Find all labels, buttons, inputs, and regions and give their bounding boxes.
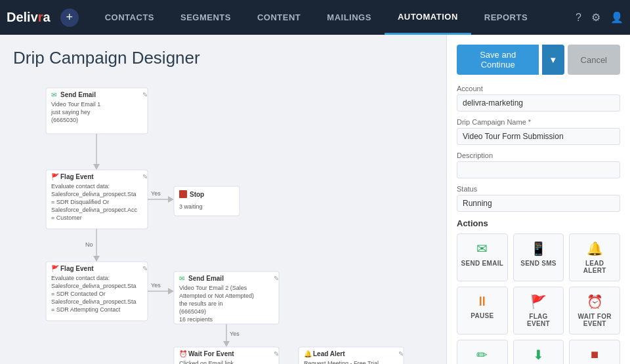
svg-marker-50	[223, 341, 230, 347]
svg-text:= Customer: = Customer	[51, 214, 82, 221]
svg-text:= SDR Contacted Or: = SDR Contacted Or	[51, 291, 106, 297]
svg-text:(6665030): (6665030)	[51, 117, 78, 123]
settings-icon[interactable]: ⚙	[591, 11, 600, 24]
wait-for-event-label: WAIT FOR EVENT	[573, 313, 616, 327]
lead-alert-label: LEAD ALERT	[573, 260, 616, 274]
svg-marker-19	[168, 196, 174, 203]
header-icons: ? ⚙ 👤	[576, 11, 623, 24]
svg-text:Salesforce_delivra_prospect.Ac: Salesforce_delivra_prospect.Acc	[51, 207, 138, 213]
page-title: Drip Campaign Designer	[13, 48, 433, 68]
svg-text:3 waiting: 3 waiting	[179, 203, 203, 210]
save-continue-button[interactable]: Save and Continue	[457, 45, 539, 75]
action-stop[interactable]: ■ STOP	[569, 340, 620, 364]
status-label: Status	[457, 185, 620, 193]
svg-text:Wait For Event: Wait For Event	[188, 350, 234, 357]
cancel-button[interactable]: Cancel	[568, 45, 620, 75]
svg-marker-8	[93, 164, 100, 170]
svg-text:the results are in: the results are in	[179, 300, 223, 307]
svg-text:= SDR Attempting Contact: = SDR Attempting Contact	[51, 306, 121, 313]
svg-rect-22	[179, 190, 187, 198]
actions-title: Actions	[457, 218, 620, 228]
action-send-email[interactable]: ✉ SEND EMAIL	[457, 233, 508, 281]
node-send-email-2[interactable]: ✉ Send Email ✎ Video Tour Email 2 (Sales…	[174, 272, 279, 324]
user-icon[interactable]: 👤	[610, 11, 623, 24]
campaign-name-input[interactable]	[457, 128, 620, 145]
send-email-label: SEND EMAIL	[461, 260, 503, 267]
svg-text:✎: ✎	[142, 265, 148, 272]
nav-automation[interactable]: AUTOMATION	[385, 0, 471, 35]
account-field-group: Account	[457, 85, 620, 111]
svg-text:Video Tour Email 2 (Sales: Video Tour Email 2 (Sales	[179, 285, 247, 291]
action-wait-for-event[interactable]: ⏰ WAIT FOR EVENT	[569, 287, 620, 334]
send-sms-icon: 📱	[530, 241, 547, 256]
svg-text:⏰: ⏰	[179, 350, 188, 358]
svg-text:🚩: 🚩	[51, 172, 60, 181]
actions-grid: ✉ SEND EMAIL 📱 SEND SMS 🔔 LEAD ALERT ⏸ P…	[457, 233, 620, 364]
action-lead-alert[interactable]: 🔔 LEAD ALERT	[569, 233, 620, 281]
svg-marker-26	[93, 256, 100, 262]
svg-text:✎: ✎	[142, 91, 148, 98]
status-field-group: Status	[457, 185, 620, 212]
svg-text:✎: ✎	[274, 275, 279, 282]
svg-text:Salesforce_delivra_prospect.St: Salesforce_delivra_prospect.Sta	[51, 283, 136, 289]
node-wait-for-event-1[interactable]: ⏰ Wait For Event ✎ Clicked on Email link…	[174, 347, 279, 364]
logo: Delivra	[7, 10, 51, 25]
nav-content[interactable]: CONTENT	[244, 0, 314, 35]
account-input[interactable]	[457, 94, 620, 111]
svg-text:🚩: 🚩	[51, 264, 60, 273]
node-flag-event-2[interactable]: 🚩 Flag Event ✎ Evaluate contact data: Sa…	[46, 262, 148, 321]
svg-text:16 recipients: 16 recipients	[179, 316, 213, 323]
node-lead-alert-1[interactable]: 🔔 Lead Alert ✎ Request Meeting - Free Tr…	[299, 347, 404, 364]
node-stop-1[interactable]: Stop 3 waiting	[174, 186, 240, 216]
send-email-icon: ✉	[476, 241, 488, 256]
node-send-email-1[interactable]: ✉ Send Email ✎ Video Tour Email 1 just s…	[46, 88, 148, 134]
help-icon[interactable]: ?	[576, 12, 581, 24]
flag-event-label: FLAG EVENT	[517, 313, 560, 327]
toolbar: Save and Continue ▼ Cancel	[457, 45, 620, 75]
svg-text:✎: ✎	[142, 173, 148, 180]
stop-icon: ■	[591, 347, 598, 362]
svg-text:Yes: Yes	[151, 282, 161, 289]
svg-text:Salesforce_delivra_prospect.St: Salesforce_delivra_prospect.Sta	[51, 298, 136, 305]
svg-text:Request Meeting - Free Trial: Request Meeting - Free Trial	[304, 360, 379, 364]
action-update-field[interactable]: ✏ UPDATE FIELD	[457, 340, 508, 364]
action-export-csv[interactable]: ⬇ EXPORT CSV	[513, 340, 564, 364]
action-flag-event[interactable]: 🚩 FLAG EVENT	[513, 287, 564, 334]
svg-text:Evaluate contact data:: Evaluate contact data:	[51, 183, 110, 190]
pause-icon: ⏸	[476, 294, 489, 309]
nav-mailings[interactable]: MAILINGS	[314, 0, 385, 35]
nav-contacts[interactable]: CONTACTS	[92, 0, 167, 35]
add-button[interactable]: +	[60, 9, 79, 27]
svg-text:🔔: 🔔	[304, 350, 312, 358]
main-content: Drip Campaign Designer ✉ Send Email ✎ Vi…	[0, 35, 630, 364]
send-sms-label: SEND SMS	[520, 260, 556, 267]
svg-text:Flag Event: Flag Event	[60, 265, 94, 272]
status-input[interactable]	[457, 195, 620, 212]
description-label: Description	[457, 152, 620, 159]
svg-text:✎: ✎	[274, 350, 279, 357]
svg-text:Attempted or Not Attempted): Attempted or Not Attempted)	[179, 293, 254, 299]
svg-text:Send Email: Send Email	[60, 91, 96, 98]
nav-reports[interactable]: REPORTS	[471, 0, 541, 35]
svg-text:= SDR Disqualified Or: = SDR Disqualified Or	[51, 199, 109, 205]
description-field-group: Description	[457, 152, 620, 178]
svg-text:Evaluate contact data:: Evaluate contact data:	[51, 275, 110, 281]
action-send-sms[interactable]: 📱 SEND SMS	[513, 233, 564, 281]
node-flag-event-1[interactable]: 🚩 Flag Event ✎ Evaluate contact data: Sa…	[46, 170, 148, 229]
action-pause[interactable]: ⏸ PAUSE	[457, 287, 508, 334]
lead-alert-icon: 🔔	[587, 241, 603, 256]
svg-text:Video Tour Email 1: Video Tour Email 1	[51, 101, 100, 108]
wait-for-event-icon: ⏰	[587, 294, 603, 310]
svg-text:✎: ✎	[398, 350, 404, 357]
svg-text:Salesforce_delivra_prospect.St: Salesforce_delivra_prospect.Sta	[51, 191, 136, 197]
nav-segments[interactable]: SEGMENTS	[167, 0, 244, 35]
campaign-name-label: Drip Campaign Name *	[457, 118, 620, 126]
pause-label: PAUSE	[471, 312, 494, 319]
svg-text:Yes: Yes	[151, 190, 161, 197]
save-dropdown-button[interactable]: ▼	[542, 45, 564, 75]
svg-text:Flag Event: Flag Event	[60, 173, 94, 180]
description-input[interactable]	[457, 161, 620, 178]
svg-text:✉: ✉	[51, 91, 56, 98]
main-nav: CONTACTS SEGMENTS CONTENT MAILINGS AUTOM…	[92, 0, 576, 35]
svg-text:✉: ✉	[179, 275, 184, 282]
